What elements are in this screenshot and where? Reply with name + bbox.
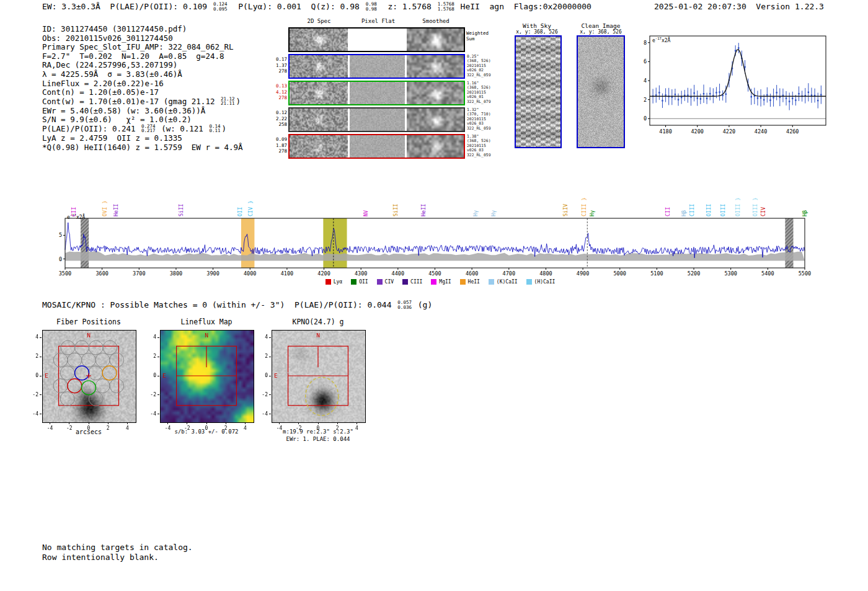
legend-swatch <box>402 279 408 285</box>
svg-text:5400: 5400 <box>761 270 774 277</box>
legend-item-CIII: CIII <box>402 279 422 285</box>
info-line-2: Primary Spec_Slot_IFU_AMP: 322_084_062_R… <box>42 43 243 52</box>
cutout-left-stats-2: 0.134.12278 <box>268 83 287 101</box>
info-line-1: Obs: 20210115v026_3011274450 <box>42 34 243 43</box>
legend-swatch <box>431 279 436 285</box>
x-tick <box>337 422 338 424</box>
y-tick <box>157 337 159 338</box>
svg-text:4200: 4200 <box>317 270 330 277</box>
info-line-12: LyA z = 2.4759 OII z = 0.1335 <box>42 134 243 143</box>
x-tick <box>356 422 357 424</box>
emission-line-label-OIII: OIII } <box>735 197 741 216</box>
x-tick-label: -2 <box>63 425 76 431</box>
x-tick-label: -4 <box>162 425 174 431</box>
emission-line-label-H: Hβ <box>802 210 808 216</box>
lineflux_map-overlay: NE <box>160 330 253 422</box>
legend-item-CIV: CIV <box>377 279 394 285</box>
emission-line-label-HeII: HeII <box>113 204 119 216</box>
info-line-8: Cont(w) = 1.70(±0.01)e-17 (gmag 21.12 21… <box>42 97 243 107</box>
y-tick-label: 0 <box>145 373 156 378</box>
emission-line-label-SiII: SiII <box>178 204 184 216</box>
cutout-row-2 <box>288 81 465 105</box>
clean-image-coords: x, y: 368, 526 <box>570 29 631 35</box>
svg-text:3900: 3900 <box>206 270 219 277</box>
y-tick-label: -4 <box>27 411 38 417</box>
x-tick-label: 4 <box>122 425 134 431</box>
y-tick <box>269 337 271 338</box>
elixer-report-page: 2025-01-02 20:07:30 Version 1.22.3 ID: 3… <box>0 0 868 591</box>
cutout-right-meta-1: 0.25"(368, 526)20210115v026_02322_RL_059 <box>467 55 495 78</box>
svg-text:4500: 4500 <box>428 270 441 277</box>
legend-item-HCaII: (H)CaII <box>526 279 556 285</box>
x-tick-label: -2 <box>293 425 305 431</box>
svg-text:4260: 4260 <box>786 128 799 135</box>
x-tick <box>206 422 207 424</box>
y-tick <box>40 337 42 338</box>
y-tick-label: 2 <box>145 353 156 359</box>
cutout-left-stats-1: 0.171.37278 <box>268 56 287 74</box>
svg-text:0: 0 <box>644 115 647 122</box>
y-tick-label: 0 <box>257 373 268 378</box>
emission-line-label-CIV: CIV <box>760 207 766 216</box>
stacked-uncertainty: 21.1221.11 <box>221 97 235 106</box>
y-tick-label: -2 <box>145 392 156 398</box>
emission-line-label-H: Hγ <box>589 210 595 216</box>
y-tick <box>157 357 159 357</box>
svg-text:4100: 4100 <box>281 270 293 277</box>
y-tick-label: -2 <box>257 392 268 398</box>
info-line-11: P(LAE)/P(OII): 0.241 0.2740.217 (w: 0.12… <box>42 125 243 134</box>
footer-line-2: Row intentionally blank. <box>42 553 159 562</box>
emission-line-label-OIII: OIII <box>706 204 712 216</box>
svg-text:3700: 3700 <box>133 270 145 277</box>
col-title-pixelflat: Pixel Flat <box>350 18 406 24</box>
svg-text:4400: 4400 <box>392 270 404 277</box>
svg-text:N: N <box>316 332 320 339</box>
x-tick <box>279 422 280 424</box>
mosaic-match-line: MOSAIC/KPNO : Possible Matches = 0 (with… <box>42 300 432 310</box>
x-tick <box>108 422 108 424</box>
cutout-left-stats-4: 0.091.87278 <box>268 136 287 154</box>
x-tick-label: 0 <box>82 425 95 431</box>
legend-swatch <box>526 279 532 285</box>
mosaic-line-text: MOSAIC/KPNO : Possible Matches = 0 (with… <box>42 300 432 310</box>
svg-text:4180: 4180 <box>659 128 671 135</box>
fiber-positions-title: Fiber Positions <box>42 318 135 326</box>
x-tick <box>298 422 299 424</box>
info-line-7: Cont(n) = 1.20(±0.05)e-17 <box>42 88 243 97</box>
emission-line-label-CII: CII <box>665 207 671 216</box>
cutout-2dspec-image <box>290 29 348 51</box>
y-tick <box>157 414 159 414</box>
cutout-right-meta-2: 1.16"(368, 526)20210115v026_01322_RL_079 <box>467 81 495 104</box>
y-tick <box>40 394 42 395</box>
emission-line-label-CII: CII <box>71 207 77 216</box>
svg-text:3600: 3600 <box>95 270 108 277</box>
cutout-right-meta-3: 1.32"(370, 710)20210115v026_03322_RL_059 <box>467 108 495 131</box>
x-tick <box>318 422 319 424</box>
info-line-5: λ = 4225.59Å σ = 3.83(±0.46)Å <box>42 70 243 79</box>
svg-text:5100: 5100 <box>650 270 663 277</box>
emission-line-label-HeII: HeII <box>420 204 427 216</box>
cutout-left-stats-3: 0.122.22258 <box>268 110 287 128</box>
x-tick-label: 2 <box>219 425 232 431</box>
y-tick <box>40 414 42 414</box>
svg-text:3800: 3800 <box>170 270 182 277</box>
x-tick-label: 0 <box>200 425 213 431</box>
stacked-uncertainty: 1.57681.5768 <box>438 2 454 11</box>
x-tick-label: 2 <box>102 425 114 431</box>
x-tick <box>50 422 50 424</box>
svg-text:E: E <box>45 372 48 379</box>
emission-line-label-CIV: CIV } <box>247 200 254 216</box>
stacked-uncertainty: 0.140.11 <box>209 124 220 133</box>
y-tick <box>269 357 271 357</box>
emission-line-label-SiII: SiII <box>392 204 399 216</box>
with-sky-image <box>515 35 562 148</box>
cutout-pixelflat-image <box>350 55 405 78</box>
y-tick-label: 0 <box>27 373 38 378</box>
legend-item-HeII: HeII <box>460 279 480 285</box>
svg-text:4000: 4000 <box>244 270 256 277</box>
x-tick-label: -4 <box>273 425 286 431</box>
header-timestamp: 2025-01-02 20:07:30 Version 1.22.3 <box>654 2 824 11</box>
col-title-2dspec: 2D Spec <box>290 18 348 24</box>
weighted-sum-label: Weighted Sum <box>466 31 495 42</box>
x-tick-label: 4 <box>351 425 363 431</box>
